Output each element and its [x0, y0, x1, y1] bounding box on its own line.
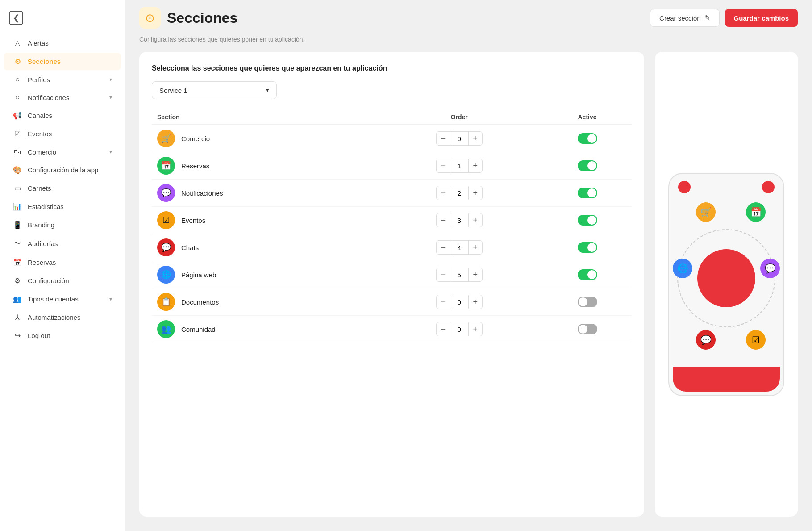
notificaciones-icon: ○ — [12, 93, 22, 101]
order-minus-button[interactable]: − — [436, 159, 450, 173]
section-icon: 💬 — [157, 184, 175, 202]
toggle-wrap — [548, 215, 626, 226]
toggle-wrap — [548, 324, 626, 334]
order-minus-button[interactable]: − — [436, 268, 450, 282]
page-icon: ⊙ — [139, 7, 161, 29]
order-control: − 1 + — [381, 159, 537, 173]
order-plus-button[interactable]: + — [468, 186, 483, 200]
sidebar-item-label: Configuración de la app — [28, 166, 98, 174]
sidebar-logo-icon: ❮ — [9, 11, 23, 25]
order-minus-button[interactable]: − — [436, 295, 450, 309]
phone-top-dots — [669, 174, 783, 193]
order-value: 1 — [450, 159, 468, 173]
order-minus-button[interactable]: − — [436, 322, 450, 336]
sidebar-item-label: Comercio — [28, 148, 56, 156]
order-plus-button[interactable]: + — [468, 131, 483, 146]
edit-icon: ✎ — [704, 14, 710, 22]
col-active: Active — [543, 110, 632, 125]
orbit-icon-reservas: 📅 — [746, 202, 766, 222]
order-plus-button[interactable]: + — [468, 268, 483, 282]
sidebar-item-notificaciones[interactable]: ○ Notificaciones ▾ — [4, 89, 121, 106]
section-label: Notificaciones — [181, 189, 223, 197]
order-plus-button[interactable]: + — [468, 240, 483, 255]
sidebar-item-label: Perfiles — [28, 76, 50, 84]
content-area: Configura las secciones que quieres pone… — [125, 36, 812, 531]
active-toggle[interactable] — [578, 242, 597, 253]
sidebar-item-reservas[interactable]: 📅 Reservas — [4, 254, 121, 271]
secciones-icon: ⊙ — [12, 57, 22, 66]
panel-heading: Selecciona las secciones que quieres que… — [152, 64, 632, 72]
sidebar-item-label: Auditorías — [28, 240, 58, 247]
create-section-button[interactable]: Crear sección ✎ — [650, 9, 720, 27]
toggle-wrap — [548, 297, 626, 307]
sidebar-item-alertas[interactable]: △ Alertas — [4, 34, 121, 52]
order-plus-button[interactable]: + — [468, 213, 483, 227]
orbit-icon-web: 🌐 — [673, 259, 692, 278]
active-toggle[interactable] — [578, 215, 597, 226]
sidebar-item-logout[interactable]: ↪ Log out — [4, 327, 121, 344]
sidebar-item-branding[interactable]: 📱 Branding — [4, 216, 121, 234]
order-minus-button[interactable]: − — [436, 213, 450, 227]
sidebar-item-label: Notificaciones — [28, 94, 69, 101]
sidebar-item-canales[interactable]: 📢 Canales — [4, 107, 121, 124]
active-toggle[interactable] — [578, 133, 597, 144]
topbar: ⊙ Secciones Crear sección ✎ Guardar camb… — [125, 0, 812, 36]
toggle-wrap — [548, 269, 626, 280]
page-title-area: ⊙ Secciones — [139, 7, 237, 29]
sidebar-item-secciones[interactable]: ⊙ Secciones — [4, 53, 121, 70]
comercio-icon: 🛍 — [12, 148, 22, 156]
active-toggle[interactable] — [578, 160, 597, 171]
sidebar-item-automatizaciones[interactable]: ⅄ Automatizaciones — [4, 309, 121, 326]
toggle-wrap — [548, 160, 626, 171]
sidebar-item-tipos-cuentas[interactable]: 👥 Tipos de cuentas ▾ — [4, 290, 121, 308]
page-title: Secciones — [167, 10, 237, 26]
order-plus-button[interactable]: + — [468, 159, 483, 173]
order-value: 0 — [450, 131, 468, 146]
active-toggle[interactable] — [578, 188, 597, 198]
section-icon: ☑ — [157, 211, 175, 229]
order-value: 0 — [450, 295, 468, 309]
section-name-cell: 💬 Notificaciones — [157, 184, 370, 202]
sidebar-item-config-app[interactable]: 🎨 Configuración de la app — [4, 161, 121, 179]
save-changes-button[interactable]: Guardar cambios — [725, 9, 798, 27]
configuracion-icon: ⚙ — [12, 276, 22, 285]
sidebar-item-configuracion[interactable]: ⚙ Configuración — [4, 272, 121, 289]
tipos-cuentas-icon: 👥 — [12, 295, 22, 303]
sidebar-item-comercio[interactable]: 🛍 Comercio ▾ — [4, 143, 121, 160]
service-dropdown[interactable]: Service 1 ▾ — [152, 81, 277, 99]
order-plus-button[interactable]: + — [468, 322, 483, 336]
sidebar-item-eventos[interactable]: ☑ Eventos — [4, 125, 121, 142]
sidebar-item-label: Estadísticas — [28, 203, 64, 210]
active-toggle[interactable] — [578, 324, 597, 334]
sidebar-item-perfiles[interactable]: ○ Perfiles ▾ — [4, 71, 121, 88]
order-minus-button[interactable]: − — [436, 186, 450, 200]
sidebar-item-auditorias[interactable]: 〜 Auditorías — [4, 234, 121, 253]
section-name-cell: 📋 Documentos — [157, 293, 370, 311]
sidebar-item-label: Carnets — [28, 184, 51, 192]
order-plus-button[interactable]: + — [468, 295, 483, 309]
active-toggle[interactable] — [578, 269, 597, 280]
sidebar-item-label: Canales — [28, 112, 52, 119]
order-control: − 0 + — [381, 131, 537, 146]
sidebar-item-label: Eventos — [28, 130, 52, 138]
perfiles-icon: ○ — [12, 75, 22, 84]
orbit-icon-chats: 💬 — [696, 330, 716, 350]
auditorias-icon: 〜 — [12, 239, 22, 248]
orbit-icon-comercio: 🛒 — [696, 202, 716, 222]
main-content: ⊙ Secciones Crear sección ✎ Guardar camb… — [125, 0, 812, 531]
table-row: 💬 Notificaciones − 2 + — [152, 180, 632, 207]
order-minus-button[interactable]: − — [436, 240, 450, 255]
order-minus-button[interactable]: − — [436, 131, 450, 146]
order-control: − 0 + — [381, 295, 537, 309]
sidebar-item-label: Branding — [28, 221, 54, 229]
save-changes-label: Guardar cambios — [734, 14, 789, 22]
chevron-icon: ▾ — [109, 94, 112, 100]
phone-preview: 🛒 📅 🌐 💬 💬 ☑ — [668, 173, 784, 396]
sidebar-item-carnets[interactable]: ▭ Carnets — [4, 180, 121, 197]
active-toggle[interactable] — [578, 297, 597, 307]
sidebar-item-estadisticas[interactable]: 📊 Estadísticas — [4, 198, 121, 215]
toggle-wrap — [548, 133, 626, 144]
table-row: 💬 Chats − 4 + — [152, 234, 632, 261]
section-name-cell: 📅 Reservas — [157, 157, 370, 175]
chevron-icon: ▾ — [109, 149, 112, 155]
